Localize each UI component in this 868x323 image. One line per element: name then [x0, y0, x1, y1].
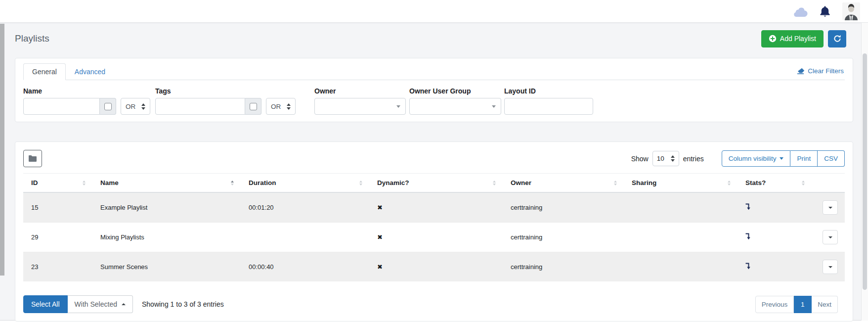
pagination-next[interactable]: Next: [812, 296, 838, 313]
add-playlist-label: Add Playlist: [780, 35, 816, 43]
right-scrollbar-track[interactable]: [861, 23, 868, 321]
cell-id: 29: [23, 223, 92, 252]
cell-sharing: [624, 252, 738, 282]
page-length-select[interactable]: 10: [652, 151, 679, 166]
name-input[interactable]: [23, 98, 100, 115]
cell-owner: certtraining: [503, 192, 624, 223]
filter-group-layout-id: Layout ID: [504, 87, 593, 115]
level-down-icon: [745, 203, 751, 210]
row-actions-dropdown[interactable]: [823, 260, 838, 274]
tags-checkbox-addon: [245, 98, 261, 115]
sort-icon: [614, 181, 617, 185]
cell-owner: certtraining: [503, 223, 624, 252]
filter-panel: General Advanced Clear Filters Name: [15, 58, 853, 122]
table-row[interactable]: 23 Summer Scenes 00:00:40 ✖ certtraining: [23, 252, 845, 282]
column-header-name[interactable]: Name: [92, 174, 241, 193]
playlists-table-panel: Show 10 entries Column visibility Print: [15, 141, 853, 322]
left-scrollbar[interactable]: [0, 24, 4, 276]
owner-label: Owner: [314, 87, 406, 95]
filter-group-name: Name OR: [23, 87, 150, 115]
column-header-duration[interactable]: Duration: [241, 174, 369, 193]
owner-user-group-select[interactable]: [409, 98, 501, 115]
column-header-stats[interactable]: Stats?: [738, 174, 812, 193]
right-scrollbar-thumb[interactable]: [863, 53, 867, 290]
cell-duration: 00:01:20: [241, 192, 369, 223]
refresh-icon: [833, 35, 841, 43]
cell-name: Mixing Playlists: [92, 223, 241, 252]
caret-down-icon: [780, 157, 783, 160]
x-mark-icon: ✖: [377, 263, 383, 271]
bell-icon[interactable]: [820, 5, 830, 17]
name-label: Name: [23, 87, 150, 95]
show-label: Show: [631, 155, 649, 163]
filter-group-owner-user-group: Owner User Group: [409, 87, 501, 115]
column-header-dynamic[interactable]: Dynamic?: [369, 174, 503, 193]
cell-duration: [241, 223, 369, 252]
table-row[interactable]: 15 Example Playlist 00:01:20 ✖ certtrain…: [23, 192, 845, 223]
tab-advanced[interactable]: Advanced: [66, 63, 114, 80]
tags-logic-select[interactable]: OR: [266, 98, 296, 115]
topbar: [0, 0, 868, 23]
with-selected-dropdown[interactable]: With Selected: [68, 295, 133, 313]
caret-down-icon: [828, 207, 832, 209]
print-button[interactable]: Print: [790, 150, 818, 167]
column-header-actions: [812, 174, 845, 193]
filter-group-owner: Owner: [314, 87, 406, 115]
main-content: Playlists Add Playlist: [0, 23, 868, 321]
column-header-sharing[interactable]: Sharing: [624, 174, 738, 193]
sort-asc-icon: [231, 181, 234, 185]
name-exact-checkbox[interactable]: [104, 103, 112, 110]
page-title: Playlists: [15, 33, 49, 44]
select-all-button[interactable]: Select All: [23, 295, 68, 313]
caret-up-icon: [122, 303, 126, 305]
clear-filters-link[interactable]: Clear Filters: [797, 67, 844, 80]
tags-exact-checkbox[interactable]: [250, 103, 257, 110]
refresh-button[interactable]: [828, 30, 846, 47]
cell-id: 15: [23, 192, 92, 223]
tab-general[interactable]: General: [23, 63, 66, 80]
sort-icon: [493, 181, 496, 185]
tags-label: Tags: [155, 87, 296, 95]
row-actions-dropdown[interactable]: [823, 200, 838, 215]
column-visibility-button[interactable]: Column visibility: [722, 150, 791, 167]
user-avatar[interactable]: [842, 2, 860, 20]
sort-icon: [359, 181, 362, 185]
entries-label: entries: [683, 155, 704, 163]
csv-button[interactable]: CSV: [818, 150, 845, 167]
row-actions-dropdown[interactable]: [823, 230, 838, 244]
cell-owner: certtraining: [503, 252, 624, 282]
level-down-icon: [745, 263, 751, 270]
layout-id-input[interactable]: [504, 98, 593, 115]
filter-fields: Name OR Tags: [23, 87, 845, 115]
layout-id-label: Layout ID: [504, 87, 593, 95]
folder-icon: [28, 155, 37, 162]
folder-tree-button[interactable]: [23, 150, 42, 167]
filter-group-tags: Tags OR: [155, 87, 296, 115]
stepper-icon: [287, 103, 291, 110]
showing-entries-text: Showing 1 to 3 of 3 entries: [142, 300, 224, 308]
cell-id: 23: [23, 252, 92, 282]
eraser-icon: [797, 68, 805, 74]
name-logic-select[interactable]: OR: [121, 98, 150, 115]
table-row[interactable]: 29 Mixing Playlists ✖ certtraining: [23, 223, 845, 252]
sort-icon: [83, 181, 86, 185]
chevron-down-icon: [492, 105, 496, 108]
playlists-table: ID Name Duration Dynamic?: [23, 173, 845, 281]
cell-sharing: [624, 223, 738, 252]
caret-down-icon: [828, 266, 832, 268]
stepper-icon: [141, 103, 145, 110]
tags-input[interactable]: [155, 98, 245, 115]
sort-icon: [802, 181, 805, 185]
column-header-id[interactable]: ID: [23, 174, 92, 193]
owner-select[interactable]: [314, 98, 406, 115]
pagination-page-1[interactable]: 1: [794, 296, 812, 313]
add-playlist-button[interactable]: Add Playlist: [761, 30, 824, 47]
table-export-buttons: Column visibility Print CSV: [722, 150, 845, 167]
stepper-icon: [671, 155, 675, 162]
sort-icon: [728, 181, 731, 185]
pagination-previous[interactable]: Previous: [755, 296, 794, 313]
column-header-owner[interactable]: Owner: [503, 174, 624, 193]
owner-user-group-label: Owner User Group: [409, 87, 501, 95]
name-checkbox-addon: [100, 98, 116, 115]
cloud-icon[interactable]: [793, 6, 808, 17]
